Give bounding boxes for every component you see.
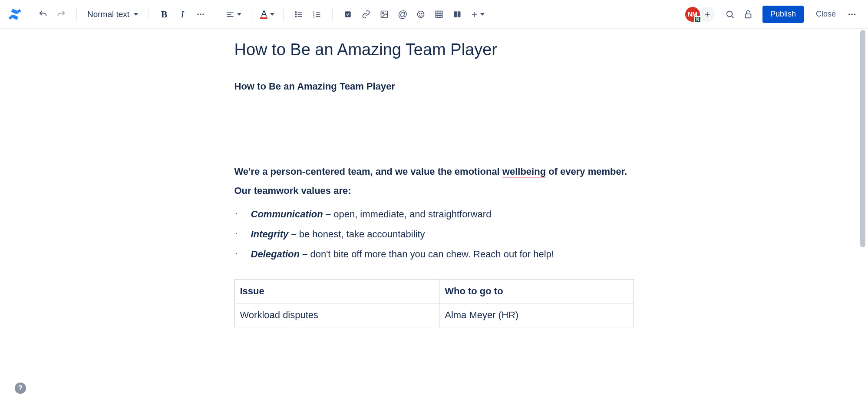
value-term: Delegation – (251, 249, 310, 260)
editor-canvas[interactable]: How to Be an Amazing Team Player How to … (0, 29, 868, 405)
publish-button[interactable]: Publish (762, 6, 804, 23)
add-collaborator-button[interactable] (700, 7, 715, 22)
toolbar-divider (216, 8, 216, 21)
svg-rect-37 (746, 14, 751, 18)
more-actions-button[interactable] (844, 6, 860, 23)
value-desc: open, immediate, and straightforward (333, 209, 491, 220)
confluence-logo-icon[interactable] (8, 7, 22, 21)
editor-toolbar: Normal text B I A 123 @ (0, 0, 868, 29)
table-button[interactable] (431, 6, 447, 23)
user-avatar[interactable]: NM N (685, 7, 700, 22)
chevron-down-icon (237, 13, 241, 16)
table-cell[interactable]: Alma Meyer (HR) (439, 303, 634, 327)
svg-point-7 (296, 13, 297, 15)
insert-button[interactable] (467, 6, 488, 23)
find-replace-button[interactable] (722, 6, 738, 23)
align-button[interactable] (223, 6, 244, 23)
svg-rect-29 (454, 11, 457, 17)
image-button[interactable] (376, 6, 393, 23)
italic-button[interactable]: I (174, 6, 191, 23)
svg-point-20 (383, 12, 384, 13)
svg-rect-18 (345, 11, 351, 17)
doc-subtitle[interactable]: How to Be an Amazing Team Player (234, 81, 634, 92)
numbered-list-button[interactable]: 123 (309, 6, 325, 23)
chevron-down-icon (134, 13, 138, 16)
value-term: Communication – (251, 209, 334, 220)
issues-table[interactable]: Issue Who to go to Workload disputes Alm… (234, 279, 634, 327)
svg-point-22 (419, 13, 420, 14)
text-color-icon: A (260, 10, 267, 19)
text-style-label: Normal text (87, 10, 129, 19)
svg-point-8 (296, 16, 297, 17)
mention-button[interactable]: @ (394, 6, 411, 23)
close-button[interactable]: Close (810, 6, 842, 23)
svg-point-0 (198, 13, 199, 15)
bold-button[interactable]: B (156, 6, 172, 23)
intro-suffix: of every member. (546, 166, 627, 177)
toolbar-divider (149, 8, 149, 21)
svg-point-21 (418, 11, 424, 17)
list-item[interactable]: Integrity – be honest, take accountabili… (234, 224, 634, 244)
avatar-badge: N (694, 16, 701, 23)
spellcheck-word[interactable]: wellbeing (502, 166, 546, 178)
svg-point-38 (848, 13, 850, 15)
list-item[interactable]: Communication – open, immediate, and str… (234, 204, 634, 224)
table-header-cell[interactable]: Who to go to (439, 280, 634, 303)
svg-point-39 (851, 13, 853, 15)
toolbar-divider (76, 8, 77, 21)
svg-rect-24 (436, 11, 442, 17)
chevron-down-icon (270, 13, 274, 16)
restrictions-button[interactable] (740, 6, 756, 23)
publish-label: Publish (770, 10, 796, 19)
bullet-list-button[interactable] (290, 6, 307, 23)
svg-point-1 (200, 13, 201, 15)
svg-text:3: 3 (313, 15, 315, 18)
list-item[interactable]: Delegation – don't bite off more than yo… (234, 244, 634, 264)
table-header-row: Issue Who to go to (234, 280, 634, 303)
scrollbar-thumb[interactable] (860, 30, 865, 247)
close-label: Close (816, 10, 836, 19)
more-formatting-button[interactable] (192, 6, 209, 23)
intro-prefix: We're a person-centered team, and we val… (234, 166, 502, 177)
toolbar-divider (283, 8, 284, 21)
svg-point-35 (727, 11, 733, 17)
document-page: How to Be an Amazing Team Player How to … (226, 29, 643, 345)
toolbar-divider (251, 8, 251, 21)
help-button[interactable]: ? (15, 383, 26, 394)
action-item-button[interactable] (340, 6, 356, 23)
value-term: Integrity – (251, 229, 299, 240)
undo-button[interactable] (35, 6, 51, 23)
svg-point-2 (202, 13, 204, 15)
table-cell[interactable]: Workload disputes (234, 303, 439, 327)
value-desc: be honest, take accountability (299, 229, 425, 240)
toolbar-divider (332, 8, 333, 21)
table-header-cell[interactable]: Issue (234, 280, 439, 303)
svg-point-40 (854, 13, 856, 15)
page-title[interactable]: How to Be an Amazing Team Player (234, 40, 634, 59)
intro-paragraph[interactable]: We're a person-centered team, and we val… (234, 166, 634, 177)
text-style-select[interactable]: Normal text (84, 10, 142, 19)
value-desc: don't bite off more than you can chew. R… (310, 249, 554, 260)
svg-rect-30 (458, 11, 461, 17)
values-list[interactable]: Communication – open, immediate, and str… (234, 204, 634, 264)
redo-button[interactable] (53, 6, 69, 23)
layouts-button[interactable] (449, 6, 465, 23)
svg-point-6 (296, 11, 297, 13)
table-row: Workload disputes Alma Meyer (HR) (234, 303, 634, 327)
scrollbar-track[interactable] (860, 30, 865, 403)
values-heading[interactable]: Our teamwork values are: (234, 185, 634, 196)
svg-line-36 (732, 16, 733, 18)
emoji-button[interactable] (413, 6, 429, 23)
text-color-button[interactable]: A (258, 10, 276, 19)
link-button[interactable] (358, 6, 374, 23)
svg-point-23 (422, 13, 422, 14)
chevron-down-icon (480, 13, 485, 16)
